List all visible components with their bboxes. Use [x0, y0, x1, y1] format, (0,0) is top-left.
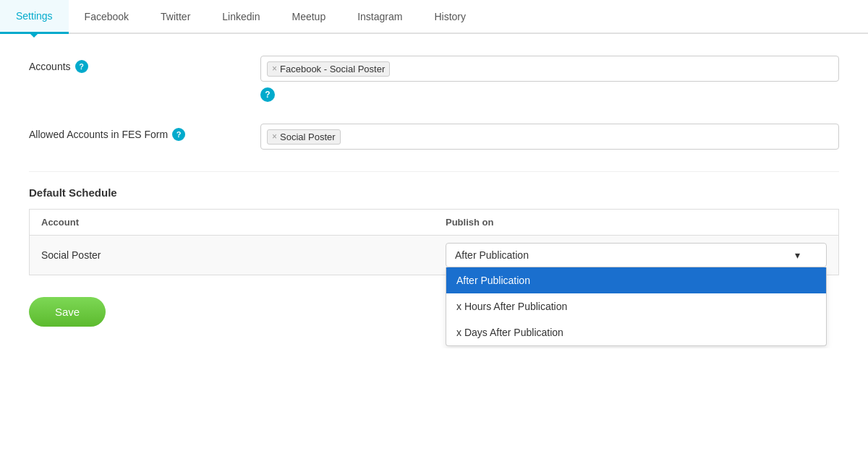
allowed-accounts-label: Allowed Accounts in FES Form	[29, 129, 168, 140]
tabs-bar: Settings Facebook Twitter Linkedin Meetu…	[0, 0, 868, 34]
allowed-accounts-tag-remove[interactable]: ×	[272, 132, 277, 141]
tab-instagram[interactable]: Instagram	[341, 0, 418, 33]
publish-dropdown-menu: After Publication x Hours After Publicat…	[446, 267, 827, 346]
accounts-label-area: Accounts ?	[29, 56, 260, 73]
publish-dropdown-value: After Publication	[455, 249, 529, 261]
row-account-cell: Social Poster	[30, 236, 435, 275]
accounts-label: Accounts	[29, 61, 71, 72]
col-publish-header: Publish on	[434, 210, 839, 236]
section-divider	[29, 171, 839, 172]
schedule-table: Account Publish on Social Poster After P…	[29, 209, 839, 275]
accounts-extra-help-icon[interactable]: ?	[260, 87, 275, 102]
tab-linkedin[interactable]: Linkedin	[206, 0, 276, 33]
allowed-accounts-help-icon[interactable]: ?	[172, 128, 185, 141]
accounts-control: × Facebook - Social Poster ?	[260, 56, 839, 102]
row-publish-cell: After Publication ▾ After Publication x …	[434, 236, 839, 275]
accounts-help-icon[interactable]: ?	[75, 60, 88, 73]
allowed-accounts-tag-input[interactable]: × Social Poster	[260, 124, 839, 150]
tab-meetup[interactable]: Meetup	[276, 0, 341, 33]
publish-dropdown-container: After Publication ▾ After Publication x …	[446, 243, 827, 267]
default-schedule-heading: Default Schedule	[29, 186, 839, 199]
allowed-accounts-row: Allowed Accounts in FES Form ? × Social …	[29, 124, 839, 150]
tab-facebook[interactable]: Facebook	[69, 0, 145, 33]
col-account-header: Account	[30, 210, 435, 236]
accounts-tag-input[interactable]: × Facebook - Social Poster	[260, 56, 839, 82]
allowed-accounts-label-area: Allowed Accounts in FES Form ?	[29, 124, 260, 141]
save-button[interactable]: Save	[29, 297, 106, 327]
accounts-tag-remove[interactable]: ×	[272, 64, 277, 73]
accounts-row: Accounts ? × Facebook - Social Poster ?	[29, 56, 839, 102]
dropdown-option-after-publication[interactable]: After Publication	[446, 267, 826, 293]
dropdown-option-hours-after[interactable]: x Hours After Publication	[446, 293, 826, 319]
accounts-tag: × Facebook - Social Poster	[267, 61, 390, 77]
chevron-down-icon: ▾	[795, 249, 800, 261]
allowed-accounts-tag-label: Social Poster	[280, 132, 336, 142]
tab-settings[interactable]: Settings	[0, 0, 69, 34]
publish-dropdown-trigger[interactable]: After Publication ▾	[446, 243, 827, 267]
default-schedule-section: Default Schedule Account Publish on Soci…	[29, 186, 839, 275]
main-content: Accounts ? × Facebook - Social Poster ? …	[0, 34, 868, 348]
dropdown-option-days-after[interactable]: x Days After Publication	[446, 319, 826, 345]
allowed-accounts-tag: × Social Poster	[267, 129, 341, 145]
table-header-row: Account Publish on	[30, 210, 839, 236]
tab-twitter[interactable]: Twitter	[145, 0, 206, 33]
allowed-accounts-control: × Social Poster	[260, 124, 839, 150]
accounts-tag-label: Facebook - Social Poster	[280, 64, 385, 74]
table-row: Social Poster After Publication ▾ After …	[30, 236, 839, 275]
tab-history[interactable]: History	[418, 0, 482, 33]
